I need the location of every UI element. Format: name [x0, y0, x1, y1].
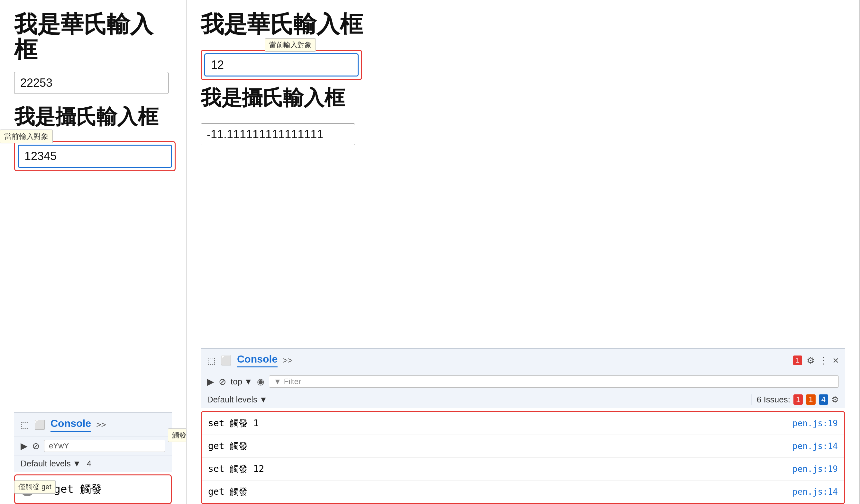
- left-celsius-input-wrapper: [14, 141, 176, 171]
- filter-text-left: eYwY: [49, 441, 69, 450]
- right-log-box: set 觸發 1 pen.js:19 get 觸發 pen.js:14 set …: [201, 411, 845, 504]
- right-devtools-actions: 1 ⚙ ⋮ ×: [793, 355, 839, 367]
- right-top-label: top: [231, 377, 242, 387]
- right-chevron-down: ▼: [259, 395, 268, 405]
- right-default-levels-btn[interactable]: Default levels ▼: [207, 395, 268, 405]
- right-filter-area[interactable]: ▼ Filter: [269, 375, 839, 388]
- left-device-icon[interactable]: ⬜: [34, 419, 45, 430]
- right-log-link-0[interactable]: pen.js:19: [792, 418, 838, 428]
- right-badge-red-area: 1: [793, 356, 802, 365]
- right-badge-red: 1: [793, 356, 802, 365]
- right-celsius-input[interactable]: [201, 123, 355, 145]
- right-issues-blue: 4: [819, 395, 828, 405]
- left-console-tab[interactable]: Console: [51, 417, 91, 432]
- right-devtools: ⬚ ⬜ Console >> 1 ⚙ ⋮ × ▶ ⊘ top ▼ ◉: [201, 345, 845, 504]
- left-title2: 我是攝氏輸入框: [14, 105, 172, 128]
- right-issues-red: 1: [793, 395, 803, 405]
- right-filter-icon: ▼: [274, 377, 282, 386]
- right-ban-icon[interactable]: ⊘: [219, 376, 226, 387]
- right-top-chevron: ▼: [244, 377, 253, 387]
- right-fahrenheit-input[interactable]: [204, 53, 359, 76]
- left-get-only-tooltip: 僅觸發 get: [14, 480, 56, 494]
- right-current-input-tooltip: 當前輸入對象: [265, 38, 316, 52]
- left-issues-count: 4: [87, 459, 91, 469]
- right-eye-icon[interactable]: ◉: [257, 377, 264, 387]
- left-inspect-icon[interactable]: ⬚: [20, 419, 29, 430]
- right-issues-area: 6 Issues: 1 1 4 ⚙: [751, 395, 839, 405]
- right-log-text-1: get 觸發: [208, 440, 248, 452]
- left-celsius-input[interactable]: [18, 145, 172, 168]
- right-log-link-1[interactable]: pen.js:14: [792, 441, 838, 451]
- right-console-tab[interactable]: Console: [237, 353, 277, 367]
- right-close-icon[interactable]: ×: [833, 355, 839, 367]
- right-log-text-3: get 觸發: [208, 486, 248, 498]
- left-ban-icon[interactable]: ⊘: [32, 441, 40, 451]
- right-log-text-2: set 觸發 12: [208, 463, 264, 475]
- right-title2: 我是攝氏輸入框: [201, 87, 845, 109]
- left-current-input-tooltip: 當前輸入對象: [0, 130, 53, 143]
- right-log-text-0: set 觸發 1: [208, 417, 259, 429]
- right-fahrenheit-input-wrapper: [201, 50, 362, 80]
- right-log-row-3: get 觸發 pen.js:14: [202, 480, 844, 503]
- right-menu-icon[interactable]: ⋮: [819, 355, 828, 366]
- right-issues-label: 6 Issues:: [757, 395, 790, 405]
- right-log-link-3[interactable]: pen.js:14: [792, 487, 838, 496]
- right-log-row-2: set 觸發 12 pen.js:19: [202, 458, 844, 480]
- left-more-tabs[interactable]: >>: [96, 420, 106, 430]
- right-log-row-1: get 觸發 pen.js:14: [202, 435, 844, 458]
- right-more-tabs[interactable]: >>: [283, 356, 292, 366]
- left-default-levels-btn[interactable]: Default levels ▼: [20, 459, 81, 469]
- left-title1: 我是華氏輸入框: [14, 12, 172, 62]
- left-panel: 我是華氏輸入框 我是攝氏輸入框 當前輸入對象 ⬚ ⬜ Console >> ▶ …: [0, 0, 187, 504]
- left-get-set-tooltip: 觸發 get + set: [168, 428, 187, 442]
- right-log-row-0: set 觸發 1 pen.js:19: [202, 412, 844, 435]
- right-panel: 我是華氏輸入框 當前輸入對象 我是攝氏輸入框 ⬚ ⬜ Console >> 1 …: [187, 0, 860, 504]
- left-console-log: 僅觸發 get 5 ⑤ get 觸發: [14, 474, 172, 504]
- right-device-icon[interactable]: ⬜: [220, 355, 232, 366]
- right-log-link-2[interactable]: pen.js:19: [792, 464, 838, 474]
- left-chevron-down-icon: ▼: [73, 459, 81, 469]
- right-inspect-icon[interactable]: ⬚: [207, 355, 215, 366]
- right-gear-issues-icon[interactable]: ⚙: [831, 395, 839, 405]
- left-fahrenheit-input[interactable]: [14, 72, 169, 94]
- right-play-icon[interactable]: ▶: [207, 376, 214, 387]
- right-issues-orange: 1: [806, 395, 815, 405]
- right-devtools-icons: ⬚ ⬜ Console >>: [207, 353, 293, 367]
- right-title1: 我是華氏輸入框: [201, 12, 845, 37]
- right-gear-icon[interactable]: ⚙: [807, 355, 815, 366]
- left-devtools: ⬚ ⬜ Console >> ▶ ⊘ eYwY 觸發 get + set Def…: [14, 406, 172, 504]
- right-filter-text: Filter: [284, 377, 301, 386]
- left-play-icon[interactable]: ▶: [20, 441, 28, 451]
- right-top-selector[interactable]: top ▼: [231, 377, 253, 387]
